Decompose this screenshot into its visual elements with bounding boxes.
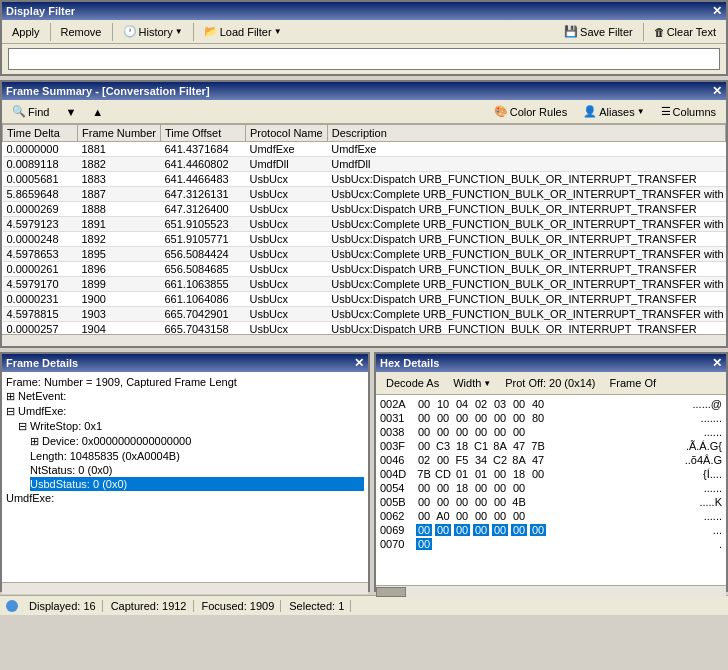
apply-button[interactable]: Apply [6,23,46,41]
find-button[interactable]: 🔍 Find [6,102,55,121]
col-header-timedelta[interactable]: Time Delta [3,125,78,142]
frame-detail-line[interactable]: ⊟ UmdfExe: [6,404,364,419]
cell-frameno: 1882 [78,157,161,172]
cell-desc: UsbUcx:Dispatch URB_FUNCTION_BULK_OR_INT… [327,292,725,307]
save-filter-button[interactable]: 💾 Save Filter [558,22,639,41]
col-header-desc[interactable]: Description [327,125,725,142]
frame-detail-line[interactable]: ⊟ WriteStop: 0x1 [18,419,364,434]
table-row[interactable]: 0.0000231 1900 661.1064086 UsbUcx UsbUcx… [3,292,726,307]
hex-toolbar: Decode As Width ▼ Prot Off: 20 (0x14) Fr… [376,372,726,395]
hex-byte: 02 [473,398,489,410]
frame-detail-line[interactable]: Frame: Number = 1909, Captured Frame Len… [6,375,364,389]
scroll-down-button[interactable]: ▼ [59,103,82,121]
frame-table: Time Delta Frame Number Time Offset Prot… [2,124,726,334]
hex-scrollbar[interactable] [376,585,726,597]
frame-detail-line[interactable]: ⊞ Device: 0x0000000000000000 [30,434,364,449]
frame-summary-panel: Frame Summary - [Conversation Filter] ✕ … [0,80,728,348]
hex-byte: 4B [511,496,527,508]
col-header-proto[interactable]: Protocol Name [245,125,327,142]
hex-byte [549,538,565,550]
hex-row[interactable]: 006200A000000000 ...... [380,509,722,523]
cell-frameno: 1903 [78,307,161,322]
hex-byte: 18 [511,468,527,480]
col-header-frameno[interactable]: Frame Number [78,125,161,142]
hex-byte: C1 [473,440,489,452]
hex-row[interactable]: 003100000000000080 ....... [380,411,722,425]
table-row[interactable]: 0.0000000 1881 641.4371684 UmdfExe UmdfE… [3,142,726,157]
load-filter-button[interactable]: 📂 Load Filter ▼ [198,22,288,41]
table-row[interactable]: 5.8659648 1887 647.3126131 UsbUcx UsbUcx… [3,187,726,202]
status-focused: Focused: 1909 [196,600,282,612]
scroll-up-button[interactable]: ▲ [86,103,109,121]
frame-summary-close[interactable]: ✕ [712,84,722,98]
filter-input[interactable] [8,48,720,70]
table-row[interactable]: 0.0005681 1883 641.4466483 UsbUcx UsbUcx… [3,172,726,187]
hex-byte [549,524,565,536]
hex-row[interactable]: 0038000000000000 ...... [380,425,722,439]
frame-details-titlebar: Frame Details ✕ [2,354,368,372]
table-row[interactable]: 0.0000257 1904 665.7043158 UsbUcx UsbUcx… [3,322,726,335]
hex-row[interactable]: 005B00000000004B .....K [380,495,722,509]
hex-scrollbar-thumb[interactable] [376,587,406,597]
cell-proto: UmdfExe [245,142,327,157]
aliases-button[interactable]: 👤 Aliases ▼ [577,102,650,121]
frame-details-scrollbar[interactable] [2,582,368,594]
hex-bytes-group: 0200F534C28A47 [416,454,677,466]
hex-details-close[interactable]: ✕ [712,356,722,370]
cell-timeoffset: 651.9105771 [160,232,245,247]
hex-row[interactable]: 003F00C318C18A477B .Ã.Á.G{ [380,439,722,453]
width-button[interactable]: Width ▼ [447,374,497,392]
hex-byte: 00 [473,496,489,508]
hex-ascii: ......@ [692,398,722,410]
frame-detail-line[interactable]: UmdfExe: [6,491,364,505]
cell-timeoffset: 665.7043158 [160,322,245,335]
cell-frameno: 1888 [78,202,161,217]
hex-bytes-group: 00000000004B [416,496,691,508]
color-rules-button[interactable]: 🎨 Color Rules [488,102,573,121]
aliases-dropdown-arrow: ▼ [637,107,645,116]
summary-toolbar: 🔍 Find ▼ ▲ 🎨 Color Rules 👤 Aliases ▼ ☰ C… [2,100,726,124]
frame-detail-line[interactable]: Length: 10485835 (0xA0004B) [30,449,364,463]
columns-button[interactable]: ☰ Columns [655,102,722,121]
display-filter-close[interactable]: ✕ [712,4,722,18]
hex-row[interactable]: 002A00100402030040 ......@ [380,397,722,411]
table-row[interactable]: 0.0089118 1882 641.4460802 UmdfDll UmdfD… [3,157,726,172]
hex-ascii: ...... [704,510,722,522]
frame-details-close[interactable]: ✕ [354,356,364,370]
cell-timeoffset: 647.3126131 [160,187,245,202]
table-row[interactable]: 4.5978653 1895 656.5084424 UsbUcx UsbUcx… [3,247,726,262]
display-filter-toolbar: Apply Remove 🕐 History ▼ 📂 Load Filter ▼… [2,20,726,44]
table-row[interactable]: 4.5979170 1899 661.1063855 UsbUcx UsbUcx… [3,277,726,292]
hex-byte: 7B [530,440,546,452]
frame-detail-line[interactable]: ⊞ NetEvent: [6,389,364,404]
table-row[interactable]: 0.0000261 1896 656.5084685 UsbUcx UsbUcx… [3,262,726,277]
hex-byte: 00 [511,482,527,494]
hex-row[interactable]: 007000 . [380,537,722,551]
clear-text-button[interactable]: 🗑 Clear Text [648,23,722,41]
remove-button[interactable]: Remove [55,23,108,41]
frame-details-content[interactable]: Frame: Number = 1909, Captured Frame Len… [2,372,368,582]
hex-ascii: {Í.... [703,468,722,480]
table-row[interactable]: 0.0000269 1888 647.3126400 UsbUcx UsbUcx… [3,202,726,217]
table-row[interactable]: 0.0000248 1892 651.9105771 UsbUcx UsbUcx… [3,232,726,247]
hex-byte: 00 [511,510,527,522]
hex-content[interactable]: 002A00100402030040 ......@00310000000000… [376,395,726,585]
hex-row[interactable]: 0054000018000000 ...... [380,481,722,495]
frame-of-button[interactable]: Frame Of [604,374,662,392]
hex-byte: 80 [530,412,546,424]
hex-row[interactable]: 00460200F534C28A47 ..õ4Â.G [380,453,722,467]
history-button[interactable]: 🕐 History ▼ [117,22,189,41]
hex-row[interactable]: 006900000000000000 ... [380,523,722,537]
display-filter-panel: Display Filter ✕ Apply Remove 🕐 History … [0,0,728,76]
frame-summary-hscrollbar[interactable] [2,334,726,346]
hex-row[interactable]: 004D7BCD0101001800 {Í.... [380,467,722,481]
frame-detail-line[interactable]: NtStatus: 0 (0x0) [30,463,364,477]
frame-tbody: 0.0000000 1881 641.4371684 UmdfExe UmdfE… [3,142,726,335]
frame-table-container[interactable]: Time Delta Frame Number Time Offset Prot… [2,124,726,334]
decode-as-button[interactable]: Decode As [380,374,445,392]
frame-detail-line[interactable]: UsbdStatus: 0 (0x0) [30,477,364,491]
prot-off-button[interactable]: Prot Off: 20 (0x14) [499,374,601,392]
table-row[interactable]: 4.5979123 1891 651.9105523 UsbUcx UsbUcx… [3,217,726,232]
col-header-timeoffset[interactable]: Time Offset [160,125,245,142]
table-row[interactable]: 4.5978815 1903 665.7042901 UsbUcx UsbUcx… [3,307,726,322]
